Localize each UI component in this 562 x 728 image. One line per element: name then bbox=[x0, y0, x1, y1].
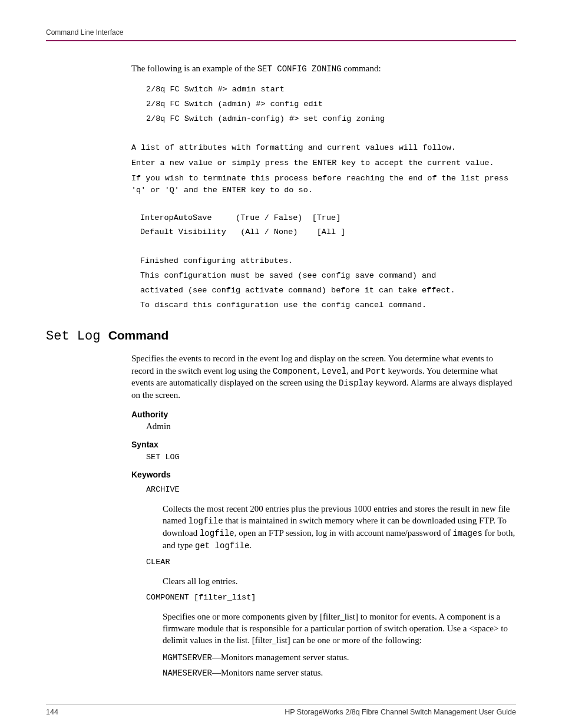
intro-paragraph: The following is an example of the SET C… bbox=[131, 62, 516, 75]
desc-code: Component bbox=[273, 367, 318, 376]
authority-heading: Authority bbox=[131, 410, 516, 419]
section-title-text: Command bbox=[108, 328, 169, 342]
keyword-clear-desc: Clears all log entries. bbox=[163, 575, 516, 587]
desc-text: , bbox=[318, 366, 322, 375]
desc-code: Display bbox=[339, 378, 373, 388]
term-line: Enter a new value or simply press the EN… bbox=[131, 159, 494, 167]
terminal-output-2: A list of attributes with formatting and… bbox=[131, 142, 516, 154]
term-line: A list of attributes with formatting and… bbox=[131, 143, 456, 152]
page-header: Command Line Interface bbox=[46, 28, 516, 41]
section-description: Specifies the events to record in the ev… bbox=[131, 353, 516, 401]
kw-code: logfile bbox=[200, 529, 234, 538]
kw-text: —Monitors name server status. bbox=[212, 668, 323, 677]
keyword-component-mgmt: MGMTSERVER—Monitors management server st… bbox=[163, 651, 516, 664]
kw-code: logfile bbox=[189, 516, 223, 526]
keyword-component: COMPONENT [filter_list] bbox=[146, 593, 516, 602]
keyword-clear: CLEAR bbox=[146, 558, 516, 566]
section-cmd: Set Log bbox=[46, 329, 108, 344]
keyword-archive-desc: Collects the most recent 200 entries plu… bbox=[163, 503, 516, 552]
kw-code: images bbox=[452, 529, 482, 538]
desc-text: , and bbox=[346, 366, 366, 375]
syntax-value: SET LOG bbox=[146, 453, 516, 462]
kw-text: . bbox=[249, 541, 252, 550]
keyword-archive: ARCHIVE bbox=[146, 485, 516, 494]
terminal-output-4: If you wish to terminate this process be… bbox=[131, 173, 516, 197]
document-page: Command Line Interface The following is … bbox=[0, 0, 562, 728]
term-line: This configuration must be saved (see co… bbox=[140, 271, 436, 280]
intro-command: SET CONFIG ZONING bbox=[257, 64, 342, 74]
keyword-component-desc: Specifies one or more components given b… bbox=[163, 611, 516, 647]
intro-prefix: The following is an example of the bbox=[131, 64, 257, 73]
kw-code: get logfile bbox=[195, 541, 249, 551]
kw-text: —Monitors management server status. bbox=[212, 653, 349, 662]
authority-value: Admin bbox=[146, 421, 516, 431]
term-line: To discard this configuration use the co… bbox=[140, 301, 427, 309]
term-line: Finished configuring attributes. bbox=[140, 256, 293, 265]
term-line: InteropAutoSave (True / False) [True] bbox=[140, 213, 340, 222]
kw-code: NAMESERVER bbox=[163, 668, 212, 678]
section-heading: Set Log Command bbox=[46, 328, 516, 344]
page-number: 144 bbox=[46, 708, 58, 716]
terminal-output-1: 2/8q FC Switch #> admin start 2/8q FC Sw… bbox=[146, 83, 516, 127]
syntax-heading: Syntax bbox=[131, 440, 516, 449]
keyword-component-nameserver: NAMESERVER—Monitors name server status. bbox=[163, 667, 516, 679]
desc-code: Level bbox=[322, 367, 346, 376]
intro-suffix: command: bbox=[342, 64, 381, 73]
term-line: If you wish to terminate this process be… bbox=[131, 174, 513, 195]
kw-code: MGMTSERVER bbox=[163, 653, 212, 663]
guide-title: HP StorageWorks 2/8q Fibre Channel Switc… bbox=[285, 708, 516, 716]
term-line: 2/8q FC Switch (admin) #> config edit bbox=[146, 100, 323, 108]
terminal-output-3: Enter a new value or simply press the EN… bbox=[131, 157, 516, 169]
page-footer: 144 HP StorageWorks 2/8q Fibre Channel S… bbox=[46, 704, 516, 716]
term-line: activated (see config activate command) … bbox=[140, 286, 455, 295]
term-line: Default Visibility (All / None) [All ] bbox=[140, 228, 345, 236]
keywords-heading: Keywords bbox=[131, 470, 516, 479]
terminal-attrs: InteropAutoSave (True / False) [True] De… bbox=[140, 211, 516, 241]
term-line: 2/8q FC Switch (admin-config) #> set con… bbox=[146, 114, 385, 123]
terminal-finish: Finished configuring attributes. This co… bbox=[140, 254, 516, 313]
kw-text: , open an FTP session, log in with accou… bbox=[234, 528, 453, 538]
term-line: 2/8q FC Switch #> admin start bbox=[146, 85, 285, 94]
desc-code: Port bbox=[366, 367, 386, 376]
